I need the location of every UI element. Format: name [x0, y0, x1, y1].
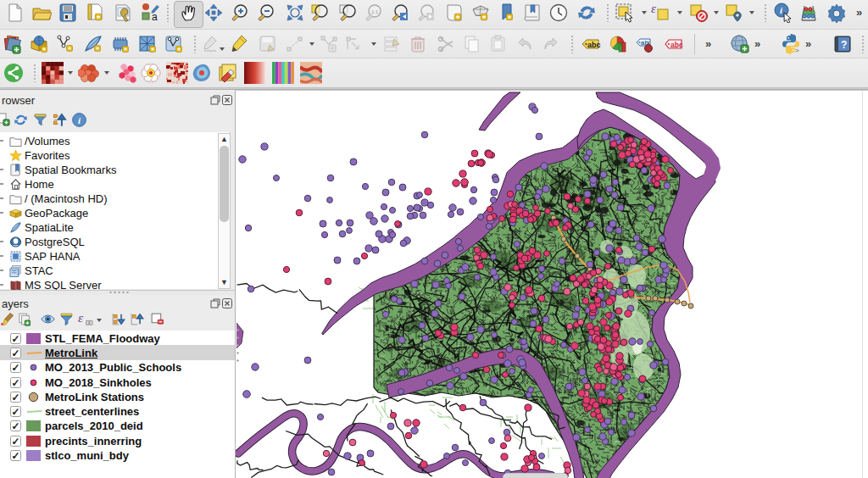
svg-text:>: > — [795, 47, 799, 54]
svg-text:1:1: 1:1 — [371, 9, 379, 14]
svg-text:ε: ε — [78, 310, 84, 325]
svg-text:abc: abc — [587, 41, 601, 49]
svg-text:a: a — [152, 11, 158, 23]
svg-text:abc: abc — [670, 41, 683, 49]
svg-text:ε: ε — [651, 3, 656, 15]
svg-text:?: ? — [841, 39, 847, 51]
